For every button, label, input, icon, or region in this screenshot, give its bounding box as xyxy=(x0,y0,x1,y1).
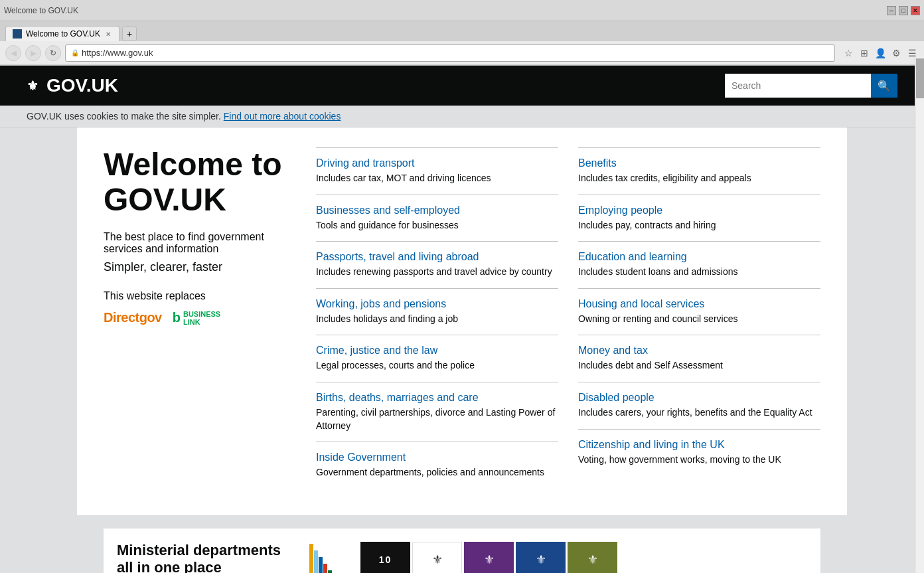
search-button[interactable]: 🔍 xyxy=(871,74,897,98)
tab-favicon xyxy=(13,29,22,39)
category-link[interactable]: Housing and local services xyxy=(578,298,820,310)
businesslink-icon: b xyxy=(173,310,181,325)
businesslink-logo[interactable]: b BUSINESSLINK xyxy=(173,310,220,326)
gov-logo[interactable]: ⚜ GOV.UK xyxy=(27,75,118,96)
close-button[interactable]: ✕ xyxy=(911,6,920,15)
ministerial-section: Ministerial departments all in one place xyxy=(77,515,847,573)
category-item: Citizenship and living in the UKVoting, … xyxy=(578,429,820,476)
page-wrapper: ⚜ GOV.UK 🔍 GOV.UK uses cookies to make t… xyxy=(0,66,924,573)
category-link[interactable]: Businesses and self-employed xyxy=(316,205,558,216)
main-content: Welcome to GOV.UK The best place to find… xyxy=(77,127,847,515)
forward-button[interactable]: ▶ xyxy=(25,45,41,61)
bookmark-icon[interactable]: ☆ xyxy=(842,46,855,60)
category-link[interactable]: Crime, justice and the law xyxy=(316,345,558,357)
category-desc: Parenting, civil partnerships, divorce a… xyxy=(316,406,558,432)
category-desc: Owning or renting and council services xyxy=(578,313,820,326)
browser-toolbar: ☆ ⊞ 👤 ⚙ ☰ xyxy=(842,46,919,60)
tagline: The best place to find government servic… xyxy=(104,231,289,255)
right-panel: Driving and transportIncludes car tax, M… xyxy=(316,147,820,489)
businesslink-text: BUSINESSLINK xyxy=(183,310,220,326)
cookie-text: GOV.UK uses cookies to make the site sim… xyxy=(27,111,221,122)
search-input[interactable] xyxy=(725,74,871,98)
dept-card-no10[interactable]: 10 xyxy=(360,542,410,573)
category-link[interactable]: Education and learning xyxy=(578,251,820,263)
browser-title: Welcome to GOV.UK xyxy=(4,6,78,15)
slogan: Simpler, clearer, faster xyxy=(104,260,289,274)
category-col-left: Driving and transportIncludes car tax, M… xyxy=(316,147,558,489)
category-col-right: BenefitsIncludes tax credits, eligibilit… xyxy=(578,147,820,489)
category-link[interactable]: Working, jobs and pensions xyxy=(316,298,558,310)
category-item: Driving and transportIncludes car tax, M… xyxy=(316,147,558,195)
category-link[interactable]: Births, deaths, marriages and care xyxy=(316,392,558,404)
tab-title: Welcome to GOV.UK xyxy=(26,29,100,39)
category-link[interactable]: Benefits xyxy=(578,157,820,169)
dept-card-purple[interactable]: ⚜ xyxy=(464,542,514,573)
dept-card-blue[interactable]: ⚜ xyxy=(516,542,566,573)
category-item: Businesses and self-employedTools and gu… xyxy=(316,195,558,242)
category-desc: Includes renewing passports and travel a… xyxy=(316,266,558,279)
search-icon: 🔍 xyxy=(878,80,891,92)
dept-cards-grid: 10 ⚜ ⚜ ⚜ ⚜ ⚜ ⚜ ⚜ ⚜ ⚜ xyxy=(360,542,617,573)
tab-close-icon[interactable]: ✕ xyxy=(104,31,112,38)
gov-header: ⚜ GOV.UK 🔍 xyxy=(0,66,924,106)
category-desc: Includes pay, contracts and hiring xyxy=(578,219,820,232)
category-desc: Includes debt and Self Assessment xyxy=(578,359,820,372)
logo-text: GOV.UK xyxy=(46,75,118,96)
welcome-heading: Welcome to GOV.UK xyxy=(104,147,289,218)
cookie-banner: GOV.UK uses cookies to make the site sim… xyxy=(0,106,924,127)
active-tab[interactable]: Welcome to GOV.UK ✕ xyxy=(5,26,119,41)
category-desc: Includes holidays and finding a job xyxy=(316,313,558,326)
stripes xyxy=(309,544,355,573)
category-link[interactable]: Disabled people xyxy=(578,392,820,404)
search-form: 🔍 xyxy=(725,74,897,98)
cookie-link[interactable]: Find out more about cookies xyxy=(224,111,341,122)
refresh-button[interactable]: ↻ xyxy=(45,45,61,61)
category-link[interactable]: Citizenship and living in the UK xyxy=(578,439,820,451)
category-item: Education and learningIncludes student l… xyxy=(578,241,820,288)
category-link[interactable]: Passports, travel and living abroad xyxy=(316,251,558,263)
directgov-logo[interactable]: Directgov xyxy=(104,310,162,325)
category-item: Disabled peopleIncludes carers, your rig… xyxy=(578,382,820,429)
minimize-button[interactable]: ─ xyxy=(887,6,896,15)
category-item: Housing and local servicesOwning or rent… xyxy=(578,288,820,335)
url-bar[interactable]: 🔒 https://www.gov.uk xyxy=(65,44,835,62)
scrollbar-thumb[interactable] xyxy=(916,58,924,98)
url-text: https://www.gov.uk xyxy=(82,48,829,58)
category-link[interactable]: Driving and transport xyxy=(316,157,558,169)
replaces-text: This website replaces xyxy=(104,290,289,302)
category-link[interactable]: Employing people xyxy=(578,205,820,216)
category-desc: Legal processes, courts and the police xyxy=(316,359,558,372)
new-tab-button[interactable]: + xyxy=(122,27,137,41)
ministerial-inner: Ministerial departments all in one place xyxy=(104,529,820,573)
ministerial-heading: Ministerial departments all in one place xyxy=(117,542,289,573)
category-link[interactable]: Inside Government xyxy=(316,451,558,463)
back-button[interactable]: ◀ xyxy=(5,45,21,61)
security-lock-icon: 🔒 xyxy=(71,49,79,56)
category-item: Crime, justice and the lawLegal processe… xyxy=(316,335,558,382)
category-desc: Includes tax credits, eligibility and ap… xyxy=(578,172,820,185)
category-desc: Government departments, policies and ann… xyxy=(316,466,558,479)
category-item: Working, jobs and pensionsIncludes holid… xyxy=(316,288,558,335)
crown-icon: ⚜ xyxy=(27,78,38,94)
dept-card-cabinet[interactable]: ⚜ xyxy=(412,542,462,573)
content-grid: Welcome to GOV.UK The best place to find… xyxy=(104,147,820,489)
category-item: BenefitsIncludes tax credits, eligibilit… xyxy=(578,147,820,195)
maximize-button[interactable]: □ xyxy=(899,6,908,15)
window-controls: ─ □ ✕ xyxy=(887,6,920,15)
category-desc: Voting, how government works, moving to … xyxy=(578,453,820,467)
left-panel: Welcome to GOV.UK The best place to find… xyxy=(104,147,289,489)
tab-bar: Welcome to GOV.UK ✕ + xyxy=(0,21,924,41)
dept-card-olive[interactable]: ⚜ xyxy=(568,542,617,573)
category-desc: Includes carers, your rights, benefits a… xyxy=(578,406,820,420)
category-desc: Tools and guidance for businesses xyxy=(316,219,558,232)
category-item: Births, deaths, marriages and careParent… xyxy=(316,382,558,442)
category-link[interactable]: Money and tax xyxy=(578,345,820,357)
extensions-icon[interactable]: ⊞ xyxy=(858,46,871,60)
category-desc: Includes student loans and admissions xyxy=(578,266,820,279)
nav-bar: ◀ ▶ ↻ 🔒 https://www.gov.uk ☆ ⊞ 👤 ⚙ ☰ xyxy=(0,41,924,65)
profile-icon[interactable]: 👤 xyxy=(874,46,887,60)
scrollbar[interactable] xyxy=(915,57,924,573)
settings-icon[interactable]: ⚙ xyxy=(889,46,903,60)
category-item: Employing peopleIncludes pay, contracts … xyxy=(578,195,820,242)
dept-visual: 10 ⚜ ⚜ ⚜ ⚜ ⚜ ⚜ ⚜ ⚜ ⚜ xyxy=(309,542,617,573)
